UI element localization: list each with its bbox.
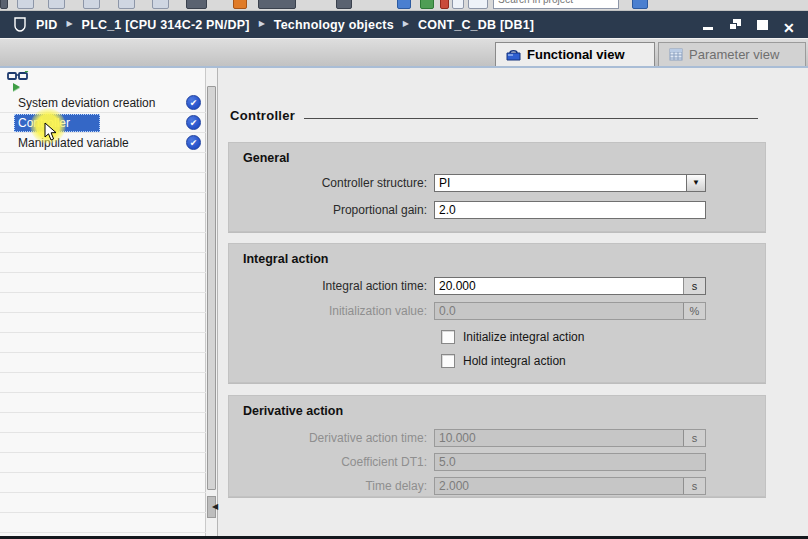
monitor-glasses-icon[interactable]: [7, 71, 29, 81]
toolbar-icon[interactable]: [336, 0, 352, 9]
toolbar-icon[interactable]: [440, 0, 449, 9]
dropdown-arrow-icon[interactable]: ▼: [686, 175, 705, 191]
toolbar-icon[interactable]: [632, 0, 648, 9]
toolbar-icon[interactable]: [83, 0, 100, 9]
field-label: Controller structure:: [229, 176, 434, 190]
toolbar-icon[interactable]: [233, 0, 247, 9]
window-controls: ✕: [702, 19, 808, 31]
tab-label: Parameter view: [689, 47, 779, 62]
minimize-button[interactable]: [702, 19, 715, 31]
integral-action-time-field: s: [434, 277, 706, 295]
view-tabstrip: Functional view Parameter view: [0, 38, 808, 66]
coefficient-dt1-input: [435, 454, 705, 470]
unit-label: s: [683, 430, 705, 446]
sidebar-row-separators: [0, 93, 206, 539]
top-toolbar-fragment: [0, 0, 808, 11]
breadcrumb-arrow-icon: ▶: [259, 19, 265, 28]
sidebar-item-system-deviation-creation[interactable]: System deviation creation: [0, 93, 206, 113]
toolbar-icon[interactable]: [48, 0, 65, 9]
page-title: Controller: [230, 108, 295, 123]
sidebar-item-manipulated-variable[interactable]: Manipulated variable: [0, 133, 206, 153]
time-delay-field: s: [434, 477, 706, 495]
toolbar-icon[interactable]: [0, 0, 8, 9]
field-label: Derivative action time:: [229, 431, 434, 445]
heading-rule: [304, 118, 758, 119]
toolbar-icon[interactable]: [258, 0, 296, 9]
derivative-action-time-field: s: [434, 429, 706, 447]
section-general: General Controller structure: ▼ Proporti…: [228, 142, 766, 232]
status-badge-check-icon: ✔: [186, 135, 201, 150]
sidebar-item-controller[interactable]: Controller: [0, 113, 206, 133]
toolbar-icon[interactable]: [468, 0, 488, 9]
coefficient-dt1-field: [434, 453, 706, 471]
restore-button[interactable]: [729, 19, 742, 31]
section-integral-action: Integral action Integral action time: s …: [228, 243, 766, 383]
initialization-value-field: %: [434, 302, 706, 320]
unit-label: s: [683, 278, 705, 294]
checkbox-initialize-integral-action[interactable]: [441, 330, 455, 344]
functional-view-icon: [506, 48, 521, 61]
section-title: General: [243, 151, 290, 165]
toolbar-icon[interactable]: [420, 0, 434, 9]
maximize-button[interactable]: [756, 19, 769, 31]
checkbox-label: Initialize integral action: [463, 330, 584, 344]
checkbox-label: Hold integral action: [463, 354, 566, 368]
toolbar-icon[interactable]: [17, 0, 34, 9]
function-navigation-sidebar: System deviation creation Controller Man…: [0, 68, 206, 539]
sidebar-scrollbar[interactable]: ◀: [206, 68, 218, 539]
status-badge-check-icon: ✔: [186, 115, 201, 130]
toolbar-icon[interactable]: [452, 0, 464, 9]
toolbar-icon[interactable]: [152, 0, 169, 9]
field-label: Integral action time:: [229, 279, 434, 293]
breadcrumb-item[interactable]: Technology objects: [274, 18, 394, 32]
unit-label: s: [683, 478, 705, 494]
breadcrumb-item[interactable]: PLC_1 [CPU 314C-2 PN/DP]: [82, 18, 250, 32]
shield-icon: [14, 17, 26, 32]
field-label: Coefficient DT1:: [229, 455, 434, 469]
field-label: Proportional gain:: [229, 203, 434, 217]
proportional-gain-field: [434, 201, 706, 219]
checkbox-hold-integral-action[interactable]: [441, 354, 455, 368]
scrollbar-thumb[interactable]: [207, 86, 216, 490]
controller-structure-select[interactable]: ▼: [434, 174, 706, 192]
work-area: System deviation creation Controller Man…: [0, 68, 808, 539]
breadcrumb-item[interactable]: CONT_C_DB [DB1]: [418, 18, 534, 32]
toolbar-icon[interactable]: [186, 0, 207, 9]
section-title: Derivative action: [243, 404, 343, 418]
breadcrumb-item[interactable]: PID: [36, 18, 57, 32]
close-button[interactable]: ✕: [783, 19, 796, 31]
search-input[interactable]: [493, 0, 619, 9]
section-title: Integral action: [243, 252, 328, 266]
window-titlebar: PID ▶ PLC_1 [CPU 314C-2 PN/DP] ▶ Technol…: [0, 11, 808, 38]
field-label: Initialization value:: [229, 304, 434, 318]
functional-view-panel: Controller General Controller structure:…: [218, 68, 808, 539]
tab-functional-view[interactable]: Functional view: [495, 42, 655, 66]
field-label: Time delay:: [229, 479, 434, 493]
toolbar-icon[interactable]: [397, 0, 411, 9]
proportional-gain-input[interactable]: [435, 202, 705, 218]
breadcrumb-arrow-icon: ▶: [403, 19, 409, 28]
tab-parameter-view[interactable]: Parameter view: [658, 42, 806, 66]
section-derivative-action: Derivative action Derivative action time…: [228, 395, 766, 497]
breadcrumb-arrow-icon: ▶: [66, 19, 72, 28]
tab-label: Functional view: [527, 47, 625, 62]
unit-label: %: [683, 303, 705, 319]
status-badge-check-icon: ✔: [186, 95, 201, 110]
start-arrow-icon[interactable]: [13, 83, 20, 91]
time-delay-input: [435, 478, 683, 494]
derivative-action-time-input: [435, 430, 683, 446]
toolbar-icon[interactable]: [118, 0, 135, 9]
parameter-view-icon: [669, 48, 683, 61]
controller-structure-value[interactable]: [435, 175, 686, 191]
integral-action-time-input[interactable]: [435, 278, 683, 294]
initialization-value-input: [435, 303, 683, 319]
